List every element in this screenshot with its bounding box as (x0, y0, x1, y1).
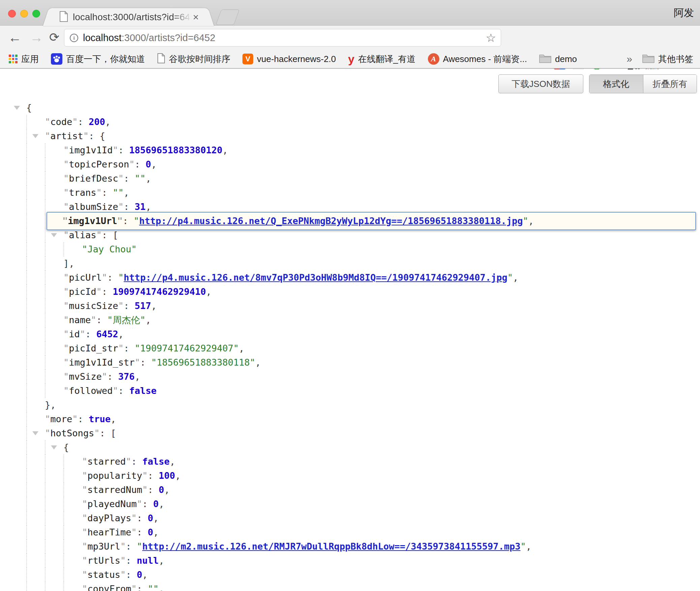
json-line: "followed": false (0, 384, 700, 398)
awesomes-a-icon: A (428, 53, 439, 65)
new-tab-button[interactable] (216, 9, 240, 25)
url-path: :3000/artists?id=6452 (121, 32, 215, 43)
json-line: "starred": false, (0, 455, 700, 469)
format-button[interactable]: 格式化 (589, 75, 643, 93)
folder-icon (539, 53, 551, 65)
download-json-button[interactable]: 下载JSON数据 (498, 74, 583, 93)
json-line: "copyFrom": "", (0, 582, 700, 591)
forward-button: → (30, 26, 43, 50)
tab-title: localhost:3000/artists?id=645 (73, 12, 192, 23)
json-line: "id": 6452, (0, 327, 700, 341)
view-toggle: 格式化 折叠所有 (589, 74, 697, 93)
bookmark-label: 应用 (21, 53, 39, 65)
json-line: "artist": { (0, 129, 700, 143)
json-line: "starredNum": 0, (0, 483, 700, 497)
bookmark-item[interactable]: Vvue-hackernews-2.0 (242, 54, 336, 64)
json-line: { (0, 101, 700, 115)
json-line: "rtUrls": null, (0, 554, 700, 568)
json-tree: {"code": 200,"artist": {"img1v1Id": 1856… (0, 101, 700, 591)
bookmark-item[interactable]: 百度一下，你就知道 (51, 53, 145, 65)
json-line: }, (0, 398, 700, 412)
url-text: localhost:3000/artists?id=6452 (83, 32, 215, 43)
tab-bar: localhost:3000/artists?id=645 × 阿发 (0, 0, 700, 26)
close-window-button[interactable] (8, 10, 16, 18)
bookmark-label: 百度一下，你就知道 (66, 53, 145, 65)
json-line: "playedNum": 0, (0, 497, 700, 511)
json-line: "picId": 19097417462929410, (0, 285, 700, 299)
fullscreen-window-button[interactable] (32, 10, 40, 18)
json-line: "name": "周杰伦", (0, 313, 700, 327)
page-icon (157, 53, 165, 65)
bookmark-label: demo (555, 54, 577, 64)
json-line: "picUrl": "http://p4.music.126.net/8mv7q… (0, 271, 700, 285)
json-line: "picId_str": "19097417462929407", (0, 341, 700, 355)
json-line: "hearTime": 0, (0, 525, 700, 539)
json-line: "mp3Url": "http://m2.music.126.net/RMJR7… (0, 539, 700, 554)
back-button[interactable]: ← (8, 26, 22, 50)
youdao-y-icon: y (348, 53, 354, 65)
url-host: localhost (83, 32, 121, 43)
json-line: "dayPlays": 0, (0, 511, 700, 525)
json-line: "img1v1Url": "http://p4.music.126.net/Q_… (0, 214, 700, 228)
profile-name[interactable]: 阿发 (674, 0, 694, 26)
baidu-paw-icon (51, 53, 62, 65)
tab-close-icon[interactable]: × (193, 12, 199, 22)
json-line: "mvSize": 376, (0, 370, 700, 384)
other-bookmarks-label: 其他书签 (658, 53, 693, 65)
bookmark-label: vue-hackernews-2.0 (257, 54, 336, 64)
site-info-icon[interactable]: i (70, 34, 78, 42)
json-line: "img1v1Id": 18569651883380120, (0, 143, 700, 157)
bookmarks-bar: 应用百度一下，你就知道谷歌按时间排序Vvue-hackernews-2.0y在线… (0, 50, 700, 69)
apps-grid-icon (9, 55, 18, 63)
bookmark-item[interactable]: AAwesomes - 前端资... (428, 53, 527, 65)
bookmarks-overflow-chevron[interactable]: » (626, 53, 632, 65)
other-bookmarks-folder[interactable]: 其他书签 (642, 53, 693, 65)
address-bar[interactable]: i localhost:3000/artists?id=6452 ☆ (64, 29, 501, 46)
bookmark-item[interactable]: demo (539, 53, 577, 65)
json-line: "status": 0, (0, 568, 700, 582)
minimize-window-button[interactable] (20, 10, 28, 18)
json-link[interactable]: http://p4.music.126.net/8mv7qP30Pd3oHW8b… (124, 272, 507, 283)
browser-window: localhost:3000/artists?id=645 × 阿发 ← → ⟳… (0, 0, 700, 591)
bookmark-label: 在线翻译_有道 (358, 53, 415, 65)
bookmark-item[interactable]: 谷歌按时间排序 (157, 53, 230, 65)
browser-tab[interactable]: localhost:3000/artists?id=645 × (51, 8, 206, 26)
json-line: "briefDesc": "", (0, 172, 700, 186)
json-line: "popularity": 100, (0, 469, 700, 483)
json-line: ], (0, 256, 700, 271)
json-line: "Jay Chou" (0, 242, 700, 256)
bookmark-star-icon[interactable]: ☆ (486, 31, 496, 44)
json-line: "hotSongs": [ (0, 426, 700, 440)
json-line: "img1v1Id_str": "18569651883380118", (0, 355, 700, 370)
json-line: "more": true, (0, 412, 700, 426)
bookmark-label: Awesomes - 前端资... (443, 53, 527, 65)
page-content: 下载JSON数据 格式化 折叠所有 {"code": 200,"artist":… (0, 69, 700, 591)
json-line: "topicPerson": 0, (0, 157, 700, 172)
bookmark-label: 谷歌按时间排序 (169, 53, 230, 65)
json-line: "alias": [ (0, 228, 700, 242)
indent-guide (45, 214, 46, 228)
vue-v-icon: V (242, 54, 253, 64)
json-line: "code": 200, (0, 115, 700, 129)
indent-guide (26, 214, 27, 228)
json-line: { (0, 440, 700, 455)
folder-icon (642, 53, 654, 65)
reload-button[interactable]: ⟳ (49, 26, 59, 50)
toolbar: ← → ⟳ i localhost:3000/artists?id=6452 ☆… (0, 26, 700, 50)
page-favicon-icon (59, 11, 68, 23)
bookmark-item[interactable]: y在线翻译_有道 (348, 53, 415, 65)
bookmarks-list: 应用百度一下，你就知道谷歌按时间排序Vvue-hackernews-2.0y在线… (9, 53, 577, 65)
json-line: "musicSize": 517, (0, 299, 700, 313)
json-link[interactable]: http://p4.music.126.net/Q_ExePNkmgB2yWyL… (139, 214, 523, 228)
bookmark-item[interactable]: 应用 (9, 53, 39, 65)
json-link[interactable]: http://m2.music.126.net/RMJR7wDullRqppBk… (142, 541, 521, 552)
json-line: "trans": "", (0, 186, 700, 200)
collapse-all-button[interactable]: 折叠所有 (643, 75, 697, 93)
